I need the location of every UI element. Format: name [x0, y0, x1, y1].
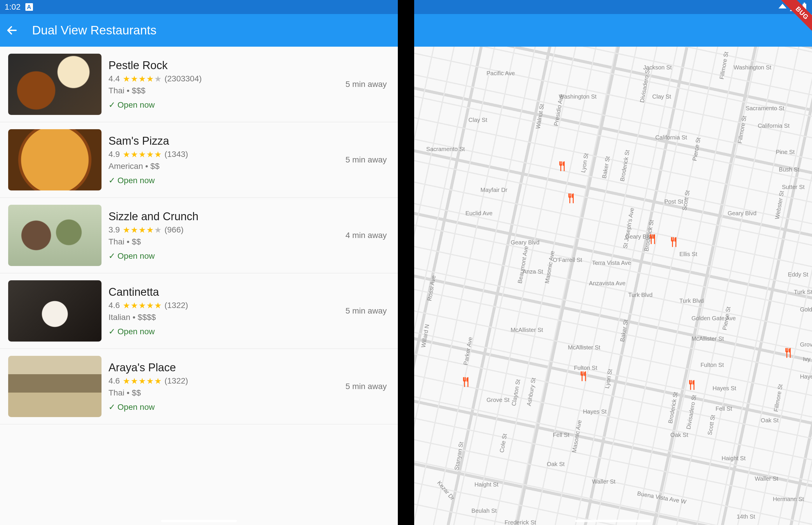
street-label: Buena Vista Ave W [637, 490, 687, 505]
star-icon: ★ [123, 150, 130, 159]
star-icon: ★ [131, 376, 138, 386]
restaurant-marker-icon[interactable] [556, 161, 568, 172]
restaurant-marker-icon[interactable] [460, 376, 471, 388]
street-label: Fillmore St [736, 115, 748, 144]
cuisine-price: Thai • $$ [108, 237, 338, 246]
restaurant-marker-icon[interactable] [686, 379, 697, 391]
street-label: Ivy St [803, 356, 812, 362]
street-label: Stanyan St [453, 441, 465, 470]
street-label: Oak St [670, 432, 688, 438]
street-label: Scott St [681, 190, 691, 211]
review-count: (966) [165, 225, 183, 235]
street-label: Cole St [498, 433, 508, 453]
rating-value: 4.6 [108, 301, 120, 310]
star-icon: ★ [123, 376, 130, 386]
rating-row: 4.4★★★★★(2303304) [108, 74, 338, 84]
open-status: ✓ Open now [108, 402, 338, 412]
restaurant-list-item[interactable]: Araya's Place4.6★★★★★(1322)Thai • $$✓ Op… [0, 349, 398, 424]
distance-label: 5 min away [345, 306, 390, 316]
street-label: Turk Blvd [679, 298, 704, 304]
street-label: Mayfair Dr [480, 187, 507, 193]
star-icon: ★ [147, 301, 154, 310]
street-label: Masonic Ave [571, 419, 583, 453]
street-label: Anza St [523, 268, 543, 275]
cuisine-price: Italian • $$$$ [108, 313, 338, 322]
street-label: Fell St [716, 405, 732, 412]
app-bar-right [414, 14, 812, 47]
street-label: O'Farrell St [553, 257, 582, 264]
street-label: Geary Blvd [728, 210, 756, 217]
restaurant-marker-icon[interactable] [646, 233, 658, 245]
back-button[interactable] [6, 24, 18, 36]
star-rating-icon: ★★★★★ [123, 150, 162, 159]
star-icon: ★ [123, 225, 130, 235]
restaurant-thumbnail [8, 129, 102, 191]
open-status: ✓ Open now [108, 176, 338, 185]
star-icon: ★ [147, 225, 154, 235]
street-label: Clayton St [510, 379, 522, 407]
star-icon: ★ [154, 74, 162, 84]
restaurant-list-item[interactable]: Cantinetta4.6★★★★★(1322)Italian • $$$$✓ … [0, 273, 398, 349]
street-label: Turk St [794, 289, 812, 296]
street-label: Grove St [800, 341, 812, 348]
rating-value: 4.9 [108, 150, 120, 159]
star-icon: ★ [131, 301, 138, 310]
street-label: Oak St [547, 461, 565, 467]
restaurant-marker-icon[interactable] [577, 371, 589, 382]
street-label: Washington St [734, 64, 771, 71]
street-label: Baker St [619, 319, 629, 342]
star-icon: ★ [154, 150, 162, 159]
status-bar: 1:02 A [0, 0, 398, 14]
street-label: Broderick St [619, 149, 631, 182]
cuisine-price: Thai • $$ [108, 388, 338, 397]
restaurant-list-item[interactable]: Pestle Rock4.4★★★★★(2303304)Thai • $$$✓ … [0, 47, 398, 122]
street-label: Scott St [706, 415, 716, 436]
street-label: Webster St [774, 190, 785, 220]
street-label: Beulah St [471, 508, 497, 514]
star-icon: ★ [123, 74, 130, 84]
restaurant-info: Pestle Rock4.4★★★★★(2303304)Thai • $$$✓ … [108, 59, 338, 110]
street-label: Pierce St [691, 137, 702, 162]
restaurant-info: Sizzle and Crunch3.9★★★★★(966)Thai • $$✓… [108, 210, 338, 261]
restaurant-marker-icon[interactable] [565, 193, 577, 204]
page-title: Dual View Restaurants [32, 23, 156, 38]
street-label: California St [656, 134, 687, 141]
rating-value: 3.9 [108, 225, 120, 235]
restaurant-info: Sam's Pizza4.9★★★★★(1343)American • $$✓ … [108, 135, 338, 185]
left-pane: 1:02 A Dual View Restaurants Pestle Rock… [0, 0, 398, 525]
street-label: St Joseph's Ave [622, 207, 635, 249]
restaurant-name: Pestle Rock [108, 59, 338, 72]
arrow-left-icon [6, 24, 18, 36]
restaurant-name: Sizzle and Crunch [108, 210, 338, 223]
status-bar-right [414, 0, 812, 14]
street-label: Clay St [468, 117, 487, 123]
street-label: Hayes St [583, 408, 607, 415]
restaurant-marker-icon[interactable] [782, 347, 794, 359]
street-label: Haight St [722, 455, 746, 462]
distance-label: 5 min away [345, 155, 390, 165]
map-view[interactable]: Pacific AveJackson StWashington StWashin… [414, 47, 812, 525]
street-label: Geary Blvd [511, 239, 540, 246]
restaurant-list-item[interactable]: Sizzle and Crunch3.9★★★★★(966)Thai • $$✓… [0, 198, 398, 273]
hinge-gap [398, 0, 414, 525]
street-label: Turk Blvd [628, 292, 653, 298]
star-icon: ★ [138, 74, 146, 84]
star-icon: ★ [147, 150, 154, 159]
restaurant-thumbnail [8, 54, 102, 115]
street-label: Clay St [652, 93, 671, 100]
street-label: Waller St [592, 478, 615, 485]
street-label: McAllister St [692, 335, 724, 342]
street-label: Post St [664, 198, 683, 205]
street-label: Beaumont Ave [516, 245, 529, 284]
street-label: Rossi Ave [426, 275, 437, 301]
restaurant-marker-icon[interactable] [667, 236, 679, 248]
app-bar: Dual View Restaurants [0, 14, 398, 47]
review-count: (1322) [165, 376, 188, 386]
restaurant-list-item[interactable]: Sam's Pizza4.9★★★★★(1343)American • $$✓ … [0, 122, 398, 198]
restaurant-list[interactable]: Pestle Rock4.4★★★★★(2303304)Thai • $$$✓ … [0, 47, 398, 525]
cuisine-price: Thai • $$$ [108, 86, 338, 95]
star-icon: ★ [138, 376, 146, 386]
restaurant-info: Cantinetta4.6★★★★★(1322)Italian • $$$$✓ … [108, 286, 338, 336]
street-label: Sacramento St [426, 146, 465, 152]
street-label: California St [758, 122, 790, 129]
